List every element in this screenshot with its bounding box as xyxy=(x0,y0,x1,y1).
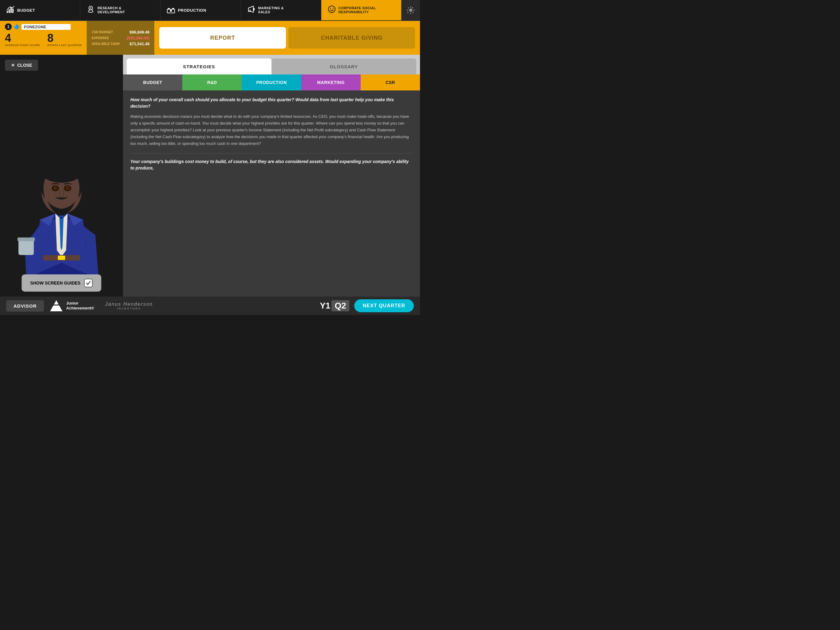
left-panel: ✕ CLOSE xyxy=(0,55,123,296)
settings-button[interactable] xyxy=(401,0,420,20)
csr-budget-value: $96,849.48 xyxy=(129,30,149,35)
nav-marketing[interactable]: MARKETING &SALES xyxy=(241,0,321,20)
panel-tabs: STRATEGIES GLOSSARY xyxy=(123,55,420,74)
available-cash-label: AVAILABLE CASH xyxy=(92,42,120,46)
svg-point-12 xyxy=(328,6,335,13)
top-navigation: BUDGET RESEARCH &DEVELOPMENT PRODUCTION xyxy=(0,0,420,21)
content-block-1: How much of your overall cash should you… xyxy=(130,97,413,147)
svg-point-13 xyxy=(330,8,331,9)
tab-glossary[interactable]: GLOSSARY xyxy=(272,59,416,74)
svg-rect-0 xyxy=(7,11,8,13)
year-indicator: Y1 xyxy=(320,301,330,311)
guides-checkbox xyxy=(84,279,93,287)
svg-point-5 xyxy=(90,7,91,9)
nav-csr[interactable]: CORPORATE SOCIALRESPONSIBILITY xyxy=(321,0,401,20)
quarter-section: Y1 Q2 NEXT QUARTER xyxy=(320,299,414,312)
sub-tab-production[interactable]: PRODUCTION xyxy=(242,74,301,90)
close-button[interactable]: ✕ CLOSE xyxy=(5,60,38,71)
junior-achievement-logo: Junior Achievement® xyxy=(50,300,94,311)
close-x-icon: ✕ xyxy=(11,63,15,68)
last-quarter-label: POINTS LAST QUARTER xyxy=(47,44,82,47)
svg-rect-2 xyxy=(11,7,12,13)
nav-budget-label: BUDGET xyxy=(17,8,35,13)
production-icon xyxy=(167,5,175,15)
bottom-bar: ADVISOR Junior Achievement® Janus Hender… xyxy=(0,296,420,315)
marketing-icon xyxy=(247,5,256,15)
svg-point-25 xyxy=(55,187,57,189)
svg-rect-1 xyxy=(9,9,10,13)
nav-budget[interactable]: BUDGET xyxy=(0,0,80,20)
svg-rect-11 xyxy=(253,8,254,11)
last-quarter-value: 8 xyxy=(47,33,82,44)
right-panel: STRATEGIES GLOSSARY BUDGET R&D PRODUCTIO… xyxy=(123,55,420,296)
sub-tabs: BUDGET R&D PRODUCTION MARKETING CSR xyxy=(123,74,420,90)
next-quarter-button[interactable]: NEXT QUARTER xyxy=(354,299,414,312)
show-guides-label: SHOW SCREEN GUIDES xyxy=(30,280,80,285)
nav-rd-label: RESEARCH &DEVELOPMENT xyxy=(98,6,125,14)
show-guides-button[interactable]: SHOW SCREEN GUIDES xyxy=(22,274,101,291)
janus-henderson-logo: Janus Henderson INVESTORS xyxy=(105,301,153,310)
budget-section: CSR BUDGET $96,849.48 EXPENSES ($25,308.… xyxy=(87,21,154,55)
avg-score-value: 4 xyxy=(5,33,40,44)
company-icon: 🔷 xyxy=(14,24,20,30)
header-bar: 1 🔷 4 AVERAGE POINT SCORE 8 POINTS LAST … xyxy=(0,21,420,55)
expenses-label: EXPENSES xyxy=(92,36,109,40)
svg-point-15 xyxy=(409,9,412,11)
budget-icon xyxy=(6,5,15,15)
nav-rd[interactable]: RESEARCH &DEVELOPMENT xyxy=(80,0,161,20)
expenses-value: ($25,308.00) xyxy=(127,36,150,40)
content-divider xyxy=(130,153,413,154)
csr-icon xyxy=(327,5,336,15)
tab-charitable-giving[interactable]: CHARITABLE GIVING xyxy=(288,27,415,49)
svg-rect-8 xyxy=(172,8,174,9)
svg-point-20 xyxy=(41,161,82,183)
svg-point-26 xyxy=(68,187,69,189)
header-tabs: REPORT CHARITABLE GIVING xyxy=(154,21,420,55)
content-italic-1: How much of your overall cash should you… xyxy=(130,97,413,109)
svg-point-14 xyxy=(332,8,333,9)
rd-icon xyxy=(87,5,95,15)
advisor-button[interactable]: ADVISOR xyxy=(6,300,44,312)
sub-tab-budget[interactable]: BUDGET xyxy=(123,74,182,90)
svg-rect-30 xyxy=(58,256,65,260)
svg-rect-28 xyxy=(17,237,35,241)
svg-rect-3 xyxy=(12,9,14,13)
ja-logo-text: Junior Achievement® xyxy=(66,301,94,310)
advisor-character xyxy=(0,73,123,275)
available-cash-value: $71,541.48 xyxy=(129,41,149,46)
quarter-indicator: Q2 xyxy=(332,300,349,311)
csr-budget-label: CSR BUDGET xyxy=(92,30,113,34)
main-content: ✕ CLOSE xyxy=(0,55,420,296)
company-name-input[interactable] xyxy=(22,24,71,30)
rank-badge: 1 xyxy=(5,24,12,30)
content-italic-2: Your company's buildings cost money to b… xyxy=(130,158,413,171)
sub-tab-marketing[interactable]: MARKETING xyxy=(301,74,361,90)
company-section: 1 🔷 4 AVERAGE POINT SCORE 8 POINTS LAST … xyxy=(0,21,87,55)
avg-score-label: AVERAGE POINT SCORE xyxy=(5,44,40,47)
sub-tab-rd[interactable]: R&D xyxy=(182,74,242,90)
content-body-1: Making economic decisions means you must… xyxy=(130,113,413,147)
content-block-2: Your company's buildings cost money to b… xyxy=(130,158,413,171)
nav-csr-label: CORPORATE SOCIALRESPONSIBILITY xyxy=(338,6,376,14)
nav-production-label: PRODUCTION xyxy=(178,8,206,13)
tab-strategies[interactable]: STRATEGIES xyxy=(127,59,272,74)
svg-rect-9 xyxy=(170,10,172,12)
svg-rect-7 xyxy=(168,8,170,9)
content-area: How much of your overall cash should you… xyxy=(123,90,420,296)
sub-tab-csr[interactable]: CSR xyxy=(361,74,420,90)
nav-marketing-label: MARKETING &SALES xyxy=(258,6,284,14)
nav-production[interactable]: PRODUCTION xyxy=(161,0,241,20)
tab-report[interactable]: REPORT xyxy=(159,27,286,49)
